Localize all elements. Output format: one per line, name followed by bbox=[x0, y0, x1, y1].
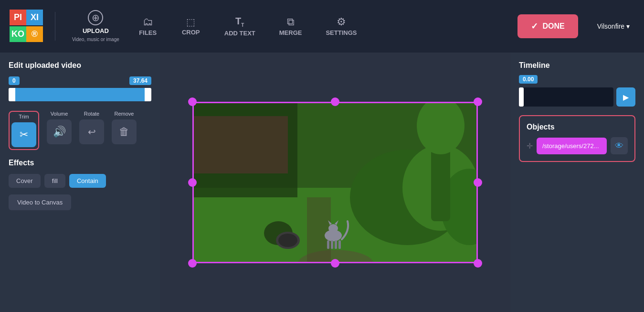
rotate-tool-group: Rotate ↩ bbox=[79, 111, 104, 150]
effects-buttons: Cover fill Contain bbox=[9, 174, 151, 188]
nav-files[interactable]: 🗂 FILES bbox=[129, 13, 167, 40]
svg-point-14 bbox=[328, 224, 338, 233]
upload-icon: ⊕ bbox=[88, 10, 103, 25]
done-label: DONE bbox=[543, 22, 565, 31]
crop-icon: ⬚ bbox=[186, 17, 195, 27]
slider-thumb-left[interactable] bbox=[9, 88, 15, 101]
done-button[interactable]: ✓ DONE bbox=[517, 14, 578, 38]
svg-rect-12 bbox=[307, 197, 331, 263]
timeline-play-button[interactable]: ▶ bbox=[616, 87, 635, 107]
user-menu[interactable]: Vilsonfire ▾ bbox=[597, 22, 630, 30]
merge-icon: ⧉ bbox=[287, 17, 295, 27]
effects-section: Effects Cover fill Contain Video to Canv… bbox=[9, 159, 151, 210]
add-text-label: ADD TEXT bbox=[224, 30, 255, 37]
timeline-title: Timeline bbox=[519, 61, 635, 70]
drag-handle-icon[interactable]: ✛ bbox=[527, 141, 533, 151]
username: Vilsonfire ▾ bbox=[597, 22, 630, 30]
crop-handle-bottom-mid[interactable] bbox=[331, 259, 339, 268]
volume-button[interactable]: 🔊 bbox=[47, 119, 72, 144]
logo-ko: KO bbox=[10, 26, 26, 42]
main-content: Edit uploaded video 0 37.64 Trim ✂ Volum… bbox=[0, 53, 644, 312]
trim-slider[interactable] bbox=[9, 88, 151, 101]
range-end: 37.64 bbox=[129, 76, 151, 85]
crop-handle-mid-right[interactable] bbox=[474, 178, 482, 187]
tools-row: Trim ✂ Volume 🔊 Rotate ↩ Remove 🗑 bbox=[9, 111, 151, 150]
nav-add-text[interactable]: TT ADD TEXT bbox=[215, 12, 265, 41]
files-label: FILES bbox=[139, 29, 157, 36]
svg-rect-3 bbox=[192, 116, 288, 173]
object-item: ✛ /storage/users/272... 👁 bbox=[527, 137, 628, 154]
files-icon: 🗂 bbox=[143, 17, 153, 27]
rotate-label: Rotate bbox=[84, 111, 99, 117]
timeline-section: Timeline 0.00 ▶ bbox=[519, 61, 635, 107]
remove-button[interactable]: 🗑 bbox=[112, 119, 137, 144]
crop-handle-bottom-right[interactable] bbox=[474, 259, 482, 268]
svg-point-23 bbox=[278, 234, 297, 247]
timeline-playhead[interactable] bbox=[519, 87, 524, 107]
settings-label: SETTINGS bbox=[326, 29, 357, 36]
merge-label: MERGE bbox=[279, 29, 302, 36]
svg-rect-20 bbox=[338, 240, 341, 249]
remove-label: Remove bbox=[115, 111, 134, 117]
svg-rect-18 bbox=[331, 240, 333, 249]
slider-thumb-right[interactable] bbox=[145, 88, 151, 101]
eye-icon: 👁 bbox=[615, 141, 623, 151]
upload-sublabel: Video, music or image bbox=[72, 36, 119, 43]
header: PI XI KO ® ⊕ UPLOAD Video, music or imag… bbox=[0, 0, 644, 53]
trim-button[interactable]: ✂ bbox=[11, 122, 36, 147]
video-frame bbox=[192, 102, 478, 263]
volume-label: Volume bbox=[51, 111, 68, 117]
logo-pi: PI bbox=[10, 10, 26, 25]
logo-registered: ® bbox=[26, 26, 43, 42]
objects-section: Objects ✛ /storage/users/272... 👁 bbox=[519, 115, 635, 162]
trim-label: Trim bbox=[19, 114, 29, 119]
crop-handle-bottom-left[interactable] bbox=[188, 259, 197, 268]
fill-button[interactable]: fill bbox=[44, 174, 65, 188]
center-canvas bbox=[160, 53, 510, 312]
object-path[interactable]: /storage/users/272... bbox=[537, 138, 607, 154]
contain-button[interactable]: Contain bbox=[69, 174, 106, 188]
logo-xi: XI bbox=[26, 10, 43, 25]
upload-button[interactable]: ⊕ UPLOAD Video, music or image bbox=[63, 6, 129, 46]
crop-handle-top-right[interactable] bbox=[474, 97, 482, 106]
left-panel-title: Edit uploaded video bbox=[9, 61, 151, 70]
range-start: 0 bbox=[9, 76, 20, 85]
nav-crop[interactable]: ⬚ CROP bbox=[172, 13, 210, 40]
left-panel: Edit uploaded video 0 37.64 Trim ✂ Volum… bbox=[0, 53, 160, 312]
timeline-track: ▶ bbox=[519, 87, 635, 107]
settings-icon: ⚙ bbox=[337, 17, 346, 27]
crop-label: CROP bbox=[182, 29, 200, 36]
svg-rect-19 bbox=[335, 240, 337, 249]
effects-title: Effects bbox=[9, 159, 151, 167]
done-check-icon: ✓ bbox=[531, 21, 538, 32]
header-divider bbox=[55, 12, 55, 41]
trim-tool-group: Trim ✂ bbox=[9, 111, 39, 150]
nav-settings[interactable]: ⚙ SETTINGS bbox=[316, 13, 366, 40]
volume-tool-group: Volume 🔊 bbox=[47, 111, 72, 150]
remove-tool-group: Remove 🗑 bbox=[112, 111, 137, 150]
svg-rect-17 bbox=[327, 240, 329, 249]
objects-title: Objects bbox=[527, 123, 628, 131]
crop-handle-mid-left[interactable] bbox=[188, 178, 197, 187]
timeline-bar[interactable] bbox=[519, 87, 613, 107]
upload-label: UPLOAD bbox=[83, 27, 109, 34]
video-content bbox=[192, 102, 478, 263]
crop-handle-top-mid[interactable] bbox=[331, 97, 339, 106]
rotate-button[interactable]: ↩ bbox=[79, 119, 104, 144]
add-text-icon: TT bbox=[235, 16, 244, 28]
crop-handle-top-left[interactable] bbox=[188, 97, 197, 106]
video-canvas-button[interactable]: Video to Canvas bbox=[9, 194, 71, 210]
timeline-time: 0.00 bbox=[519, 75, 538, 84]
cover-button[interactable]: Cover bbox=[9, 174, 41, 188]
right-panel: Timeline 0.00 ▶ Objects ✛ /storage/users… bbox=[510, 53, 644, 312]
nav-merge[interactable]: ⧉ MERGE bbox=[270, 13, 312, 40]
range-row: 0 37.64 bbox=[9, 76, 151, 85]
logo: PI XI KO ® bbox=[10, 10, 48, 43]
nav-bar: 🗂 FILES ⬚ CROP TT ADD TEXT ⧉ MERGE ⚙ SET… bbox=[129, 12, 517, 41]
object-visibility-button[interactable]: 👁 bbox=[611, 137, 628, 154]
